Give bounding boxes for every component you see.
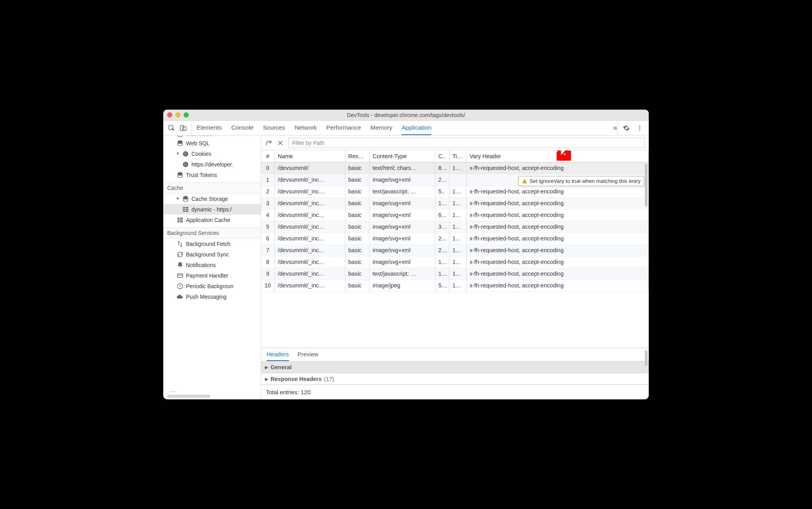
column-header[interactable]: Name [274,150,345,162]
cell: 1… [449,244,466,256]
cell: image/svg+xml [369,244,435,256]
sidebar-item[interactable]: Push Messaging [163,291,261,302]
sidebar-item[interactable]: https://developer. [163,159,261,170]
sidebar-item-label: Trust Tokens [186,172,217,178]
tab-elements[interactable]: Elements [197,121,222,135]
cell: 4 [261,209,274,221]
cell: 2… [435,233,449,244]
sidebar-item[interactable]: Cookies [163,148,261,159]
column-header[interactable]: Res… [345,150,369,162]
cell: 3… [435,221,449,233]
svg-point-14 [186,164,187,164]
overflow-tabs-icon[interactable]: » [613,124,617,132]
tab-console[interactable]: Console [231,121,254,135]
sidebar-item[interactable]: Background Fetch [163,238,261,249]
tab-application[interactable]: Application [402,121,431,135]
sidebar-item[interactable]: Application Cache [163,215,261,225]
table-row[interactable]: 6/devsummit/_inc…basicimage/svg+xml2…1…x… [261,233,649,244]
cell: 2… [435,244,449,256]
cache-entries-table-wrap: #NameRes…Content-TypeC..Ti…Vary Header 0… [261,150,649,348]
sidebar-item-label: Notifications [186,262,216,268]
application-sidebar: IndexedDBWeb SQLCookieshttps://developer… [163,135,261,399]
kebab-menu-icon[interactable] [636,125,643,132]
svg-rect-25 [180,218,183,219]
svg-point-11 [185,154,186,155]
table-row[interactable]: 5/devsummit/_inc…basicimage/svg+xml3…1…x… [261,221,649,233]
cell: x-fh-requested-host, accept-encoding [466,197,649,209]
column-header[interactable]: C.. [435,150,449,162]
section-cache: Cache [163,182,261,193]
table-scrollbar[interactable] [645,164,648,207]
cell: image/svg+xml [369,209,435,221]
sidebar-item[interactable]: Trust Tokens [163,170,261,180]
cell: x-fh-requested-host, accept-encoding [466,233,649,244]
column-header[interactable]: # [261,150,274,162]
section-response-count: (17) [324,376,334,382]
section-background-services: Background Services [163,227,261,238]
sidebar-item[interactable]: Background Sync [163,249,261,260]
cell: 2 [261,186,274,197]
table-row[interactable]: 7/devsummit/_inc…basicimage/svg+xml2…1…x… [261,244,649,256]
section-response-headers[interactable]: ▸ Response Headers (17) [261,373,649,385]
column-header[interactable]: Vary Header [466,150,649,162]
table-row[interactable]: 0/devsummit/basictext/html; chars…8…1…x-… [261,162,649,174]
sidebar-item[interactable]: Cache Storage [163,193,261,204]
sidebar-item[interactable]: Payment Handler [163,270,261,281]
cell: text/javascript; … [369,186,435,197]
details-tab-headers[interactable]: Headers [267,348,289,361]
warning-icon [522,179,527,184]
sidebar-resize-handle[interactable]: — [163,389,261,393]
tab-sources[interactable]: Sources [263,121,285,135]
chevron-right-icon: ▸ [265,376,268,382]
cell: 1… [449,221,466,233]
settings-icon[interactable] [623,125,630,132]
cell: /devsummit/_inc… [274,256,345,268]
cell: basic [345,209,369,221]
inspect-icon[interactable] [168,125,175,132]
sidebar-item[interactable]: Web SQL [163,138,261,148]
traffic-lights [167,112,189,117]
cell: /devsummit/_inc… [274,268,345,280]
refresh-icon[interactable] [265,139,272,146]
db-icon [177,135,184,138]
table-row[interactable]: 3/devsummit/_inc…basicimage/svg+xml1…1…x… [261,197,649,209]
cache-storage-view: #NameRes…Content-TypeC..Ti…Vary Header 0… [261,135,649,399]
filter-input[interactable] [289,138,645,148]
table-row[interactable]: 9/devsummit/_inc…basictext/javascript; …… [261,268,649,280]
svg-point-15 [185,165,186,166]
cell: image/jpeg [369,280,435,291]
section-general[interactable]: ▸ General [261,361,649,373]
table-row[interactable]: 10/devsummit/_inc…basicimage/jpeg5…1…x-f… [261,280,649,291]
tab-memory[interactable]: Memory [370,121,392,135]
sidebar-item-label: IndexedDB [186,135,213,137]
table-row[interactable]: 2/devsummit/_inc…basictext/javascript; …… [261,186,649,197]
sidebar-item-label: Background Sync [186,251,229,258]
tab-network[interactable]: Network [294,121,317,135]
cell: 7 [261,244,274,256]
cell: x-fh-requested-host, accept-encoding [466,221,649,233]
device-toggle-icon[interactable] [180,125,187,132]
table-row[interactable]: 4/devsummit/_inc…basicimage/svg+xml6…1…x… [261,209,649,221]
column-header[interactable]: Ti… [449,150,466,162]
column-header[interactable]: Content-Type [369,150,435,162]
details-scrollbar[interactable] [645,350,648,366]
cell: 1… [449,186,466,197]
sidebar-item-label: Background Fetch [186,241,231,247]
details-tab-preview[interactable]: Preview [298,348,318,361]
cell: 1… [435,197,449,209]
svg-rect-29 [180,221,183,222]
svg-point-3 [639,125,641,126]
maximize-window-button[interactable] [184,112,189,117]
sidebar-item[interactable]: Notifications [163,260,261,270]
sidebar-item[interactable]: dynamic - https:/ [163,204,261,215]
svg-rect-30 [177,274,183,277]
minimize-window-button[interactable] [175,112,180,117]
clear-icon[interactable] [277,139,284,146]
sidebar-item[interactable]: Periodic Backgroun [163,281,261,291]
cell: 1 [261,174,274,186]
sidebar-scrollbar[interactable] [167,395,210,398]
tab-performance[interactable]: Performance [326,121,361,135]
table-row[interactable]: 8/devsummit/_inc…basicimage/svg+xml1…1…x… [261,256,649,268]
close-window-button[interactable] [167,112,172,117]
cell: image/svg+xml [369,233,435,244]
